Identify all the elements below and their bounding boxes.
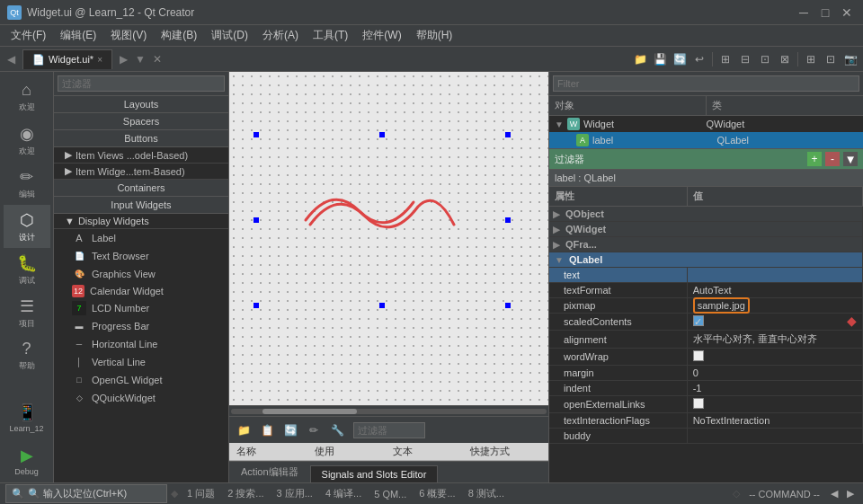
status-qm[interactable]: 5 QM... xyxy=(369,489,412,500)
props-indent-value[interactable]: -1 xyxy=(687,381,862,396)
widget-qquick[interactable]: ◇ QQuickWidget xyxy=(54,389,228,407)
toolbar-icon-7[interactable]: ⊡ xyxy=(756,50,774,68)
status-compile[interactable]: 4 编译... xyxy=(320,487,367,500)
scaled-checkbox[interactable]: ✓ xyxy=(693,315,704,326)
wordwrap-checkbox[interactable] xyxy=(693,350,704,361)
menu-analyze[interactable]: 分析(A) xyxy=(255,26,306,45)
widget-label[interactable]: A Label xyxy=(54,229,228,247)
status-arrow-left[interactable]: ◀ xyxy=(831,488,838,500)
props-text-value[interactable] xyxy=(687,268,862,283)
props-section-qframe[interactable]: ▶ QFra... xyxy=(549,237,863,252)
menu-build[interactable]: 构建(B) xyxy=(154,26,204,45)
widget-vertical-line[interactable]: │ Vertical Line xyxy=(54,353,228,371)
toolbar-icon-3[interactable]: 🔄 xyxy=(671,50,689,68)
props-margin-value[interactable]: 0 xyxy=(687,366,862,381)
group-item-widgets-header[interactable]: ▶ Item Widge...tem-Based) xyxy=(54,164,228,180)
maximize-button[interactable]: □ xyxy=(816,4,834,22)
canvas[interactable] xyxy=(229,72,548,405)
toolbar-icon-11[interactable]: 📷 xyxy=(841,50,859,68)
toolbar-icon-2[interactable]: 💾 xyxy=(651,50,669,68)
group-input-header[interactable]: Input Widgets xyxy=(54,197,228,214)
sidebar-item-edit[interactable]: ✏ 编辑 xyxy=(4,162,50,205)
group-item-views-header[interactable]: ▶ Item Views ...odel-Based) xyxy=(54,147,228,164)
expand-qframe[interactable]: ▶ xyxy=(553,240,560,250)
scroll-track[interactable] xyxy=(231,409,547,414)
group-display-header[interactable]: ▼ Display Widgets xyxy=(54,214,228,229)
openlinks-checkbox[interactable] xyxy=(693,398,704,409)
sidebar-item-projects[interactable]: ☰ 项目 xyxy=(4,291,50,334)
widget-lcd[interactable]: 7 LCD Number xyxy=(54,299,228,317)
group-buttons-header[interactable]: Buttons xyxy=(54,130,228,147)
widget-opengl[interactable]: □ OpenGL Widget xyxy=(54,371,228,389)
group-spacers-header[interactable]: Spacers xyxy=(54,113,228,130)
scroll-thumb[interactable] xyxy=(262,409,357,414)
status-test[interactable]: 8 测试... xyxy=(463,487,510,500)
canvas-scroll-h[interactable] xyxy=(229,405,548,416)
sidebar-item-debug[interactable]: 🐛 调试 xyxy=(4,248,50,291)
props-row-pixmap[interactable]: pixmap sample.jpg xyxy=(549,298,863,314)
props-more-button[interactable]: ▼ xyxy=(843,152,858,166)
tab-bar-scroll-left[interactable]: ◀ xyxy=(7,53,15,66)
props-row-scaledcontents[interactable]: scaledContents ✓ ◆ xyxy=(549,314,863,331)
right-filter-input[interactable] xyxy=(553,75,859,92)
widget-calendar[interactable]: 12 Calendar Widget xyxy=(54,283,228,299)
tab-close-button[interactable]: × xyxy=(97,55,102,65)
canvas-filter-input[interactable] xyxy=(353,422,425,438)
canvas-toolbar-icon-2[interactable]: 📋 xyxy=(256,420,278,440)
toolbar-icon-9[interactable]: ⊞ xyxy=(802,50,820,68)
tab-bar-scroll-right[interactable]: ▶ xyxy=(120,53,128,66)
tab-signals-slots[interactable]: Signals and Slots Editor xyxy=(310,465,439,482)
menu-view[interactable]: 视图(V) xyxy=(103,26,154,45)
status-problems[interactable]: 1 问题 xyxy=(182,487,220,500)
menu-help[interactable]: 帮助(H) xyxy=(409,26,460,45)
group-layouts-header[interactable]: Layouts xyxy=(54,96,228,113)
status-overview[interactable]: 6 概要... xyxy=(414,487,460,500)
props-textformat-value[interactable]: AutoText xyxy=(687,283,862,298)
sidebar-item-device[interactable]: 📱 Learn_12 xyxy=(4,396,50,439)
status-apply[interactable]: 3 应用... xyxy=(271,487,318,500)
menu-tools[interactable]: 工具(T) xyxy=(306,26,355,45)
group-containers-header[interactable]: Containers xyxy=(54,180,228,197)
props-row-alignment[interactable]: alignment 水平中心对齐, 垂直中心对齐 xyxy=(549,331,863,349)
sidebar-item-help[interactable]: ? 帮助 xyxy=(4,334,50,377)
canvas-widget-container[interactable] xyxy=(256,135,508,305)
tab-close-icon[interactable]: ✕ xyxy=(153,53,162,66)
props-pixmap-value[interactable]: sample.jpg xyxy=(687,298,862,314)
props-remove-button[interactable]: - xyxy=(825,152,840,166)
widget-text-browser[interactable]: 📄 Text Browser xyxy=(54,247,228,265)
obj-row-label[interactable]: A label QLabel xyxy=(549,132,863,148)
props-add-button[interactable]: + xyxy=(807,152,822,166)
props-buddy-value[interactable] xyxy=(687,429,862,444)
props-row-textinteraction[interactable]: textInteractionFlags NoTextInteraction xyxy=(549,413,863,429)
expand-qlabel[interactable]: ▼ xyxy=(555,255,564,265)
close-button[interactable]: ✕ xyxy=(838,4,856,22)
obj-row-widget[interactable]: ▼ W Widget QWidget xyxy=(549,116,863,132)
props-row-indent[interactable]: indent -1 xyxy=(549,381,863,396)
status-arrow-right[interactable]: ▶ xyxy=(847,488,854,500)
tab-widget-ui[interactable]: 📄 Widget.ui* × xyxy=(22,49,112,69)
props-openlinks-value[interactable] xyxy=(687,396,862,413)
toolbar-icon-1[interactable]: 📁 xyxy=(631,50,649,68)
status-search[interactable]: 2 搜索... xyxy=(222,487,269,500)
menu-edit[interactable]: 编辑(E) xyxy=(53,26,103,45)
menu-widgets[interactable]: 控件(W) xyxy=(355,26,408,45)
props-row-wordwrap[interactable]: wordWrap xyxy=(549,349,863,366)
widget-graphics-view[interactable]: 🎨 Graphics View xyxy=(54,265,228,283)
props-row-margin[interactable]: margin 0 xyxy=(549,366,863,381)
toolbar-icon-10[interactable]: ⊡ xyxy=(822,50,840,68)
expand-qobject[interactable]: ▶ xyxy=(553,209,560,219)
widget-horizontal-line[interactable]: ─ Horizontal Line xyxy=(54,335,228,353)
sidebar-item-run[interactable]: ▶ Debug xyxy=(4,439,50,482)
sidebar-item-welcome2[interactable]: ◉ 欢迎 xyxy=(4,119,50,162)
props-section-qlabel[interactable]: ▼ QLabel xyxy=(549,252,863,268)
menu-debug[interactable]: 调试(D) xyxy=(204,26,255,45)
toolbar-icon-6[interactable]: ⊟ xyxy=(736,50,754,68)
tab-action-editor[interactable]: Action编辑器 xyxy=(229,462,310,482)
props-row-buddy[interactable]: buddy xyxy=(549,429,863,444)
toolbar-icon-4[interactable]: ↩ xyxy=(690,50,708,68)
props-wordwrap-value[interactable] xyxy=(687,349,862,366)
expand-qwidget[interactable]: ▶ xyxy=(553,225,560,234)
widget-filter-input[interactable] xyxy=(58,75,225,92)
toolbar-icon-8[interactable]: ⊠ xyxy=(776,50,794,68)
sidebar-item-welcome[interactable]: ⌂ 欢迎 xyxy=(4,75,50,119)
